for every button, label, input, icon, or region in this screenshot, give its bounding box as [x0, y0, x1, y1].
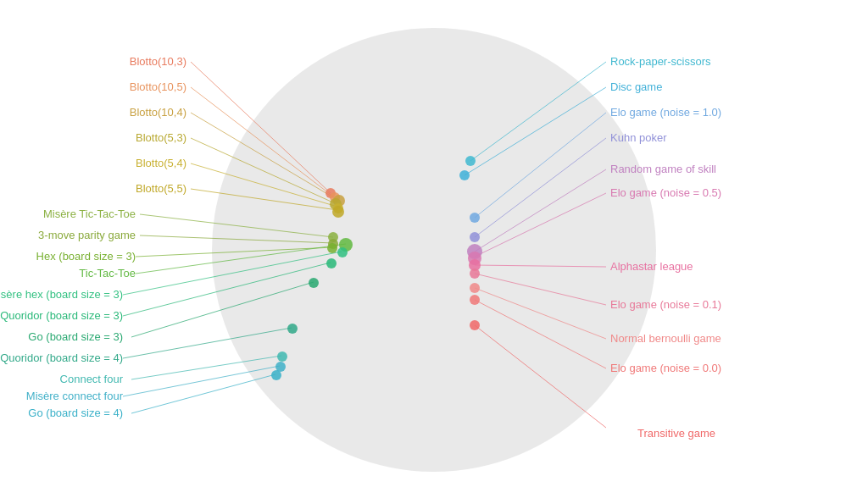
label-ttt: Tic-Tac-Toe	[79, 267, 136, 279]
node-kuhn	[470, 232, 480, 242]
node-go-4	[271, 370, 281, 380]
label-bernoulli: Normal bernoulli game	[610, 332, 721, 345]
label-misere-hex-3: Misère hex (board size = 3)	[0, 288, 123, 301]
label-transitive: Transitive game	[637, 427, 715, 440]
node-connect4	[277, 351, 287, 362]
label-elo-01: Elo game (noise = 0.1)	[610, 298, 721, 311]
label-blotto-5-5: Blotto(5,5)	[136, 182, 186, 195]
chart-container: Blotto(10,3) Blotto(10,5) Blotto(10,4) B…	[0, 0, 868, 487]
node-rps	[465, 156, 476, 166]
label-blotto-10-3: Blotto(10,3)	[130, 55, 186, 68]
label-hex-3: Hex (board size = 3)	[36, 250, 136, 263]
node-go-3	[309, 278, 319, 288]
label-misere-ttt: Misère Tic-Tac-Toe	[43, 208, 136, 220]
visualization-svg: Blotto(10,3) Blotto(10,5) Blotto(10,4) B…	[0, 0, 868, 487]
label-3move: 3-move parity game	[38, 229, 136, 241]
node-blotto-5-5	[332, 206, 344, 218]
label-quoridor-4: Quoridor (board size = 4)	[0, 351, 123, 364]
label-elo-00: Elo game (noise = 0.0)	[610, 362, 721, 374]
label-kuhn: Kuhn poker	[610, 131, 667, 144]
label-random-skill: Random game of skill	[610, 163, 716, 175]
label-go-3: Go (board size = 3)	[28, 330, 123, 343]
label-elo-05: Elo game (noise = 0.5)	[610, 186, 721, 199]
label-blotto-5-3: Blotto(5,3)	[136, 131, 186, 144]
label-blotto-5-4: Blotto(5,4)	[136, 157, 186, 169]
svg-line-16	[131, 374, 275, 413]
label-go-4: Go (board size = 4)	[28, 407, 123, 419]
label-blotto-10-4: Blotto(10,4)	[130, 106, 186, 119]
label-quoridor-3: Quoridor (board size = 3)	[0, 309, 123, 322]
label-rps: Rock-paper-scissors	[610, 55, 711, 68]
node-elo-00	[470, 295, 480, 305]
label-disc: Disc game	[610, 80, 662, 93]
node-elo-1	[470, 213, 480, 223]
node-transitive	[470, 320, 480, 330]
node-elo-01	[470, 268, 480, 279]
node-quoridor-3	[326, 258, 337, 268]
label-misere-connect4: Misère connect four	[26, 390, 124, 402]
label-alphastar: Alphastar league	[610, 260, 693, 273]
label-blotto-10-5: Blotto(10,5)	[130, 80, 186, 93]
label-elo-1: Elo game (noise = 1.0)	[610, 106, 721, 119]
node-bernoulli	[470, 283, 480, 293]
label-connect4: Connect four	[60, 373, 124, 385]
node-quoridor-4	[287, 324, 298, 334]
node-misere-hex-3	[337, 247, 348, 257]
node-hex-3	[327, 243, 337, 253]
node-disc	[459, 170, 470, 180]
